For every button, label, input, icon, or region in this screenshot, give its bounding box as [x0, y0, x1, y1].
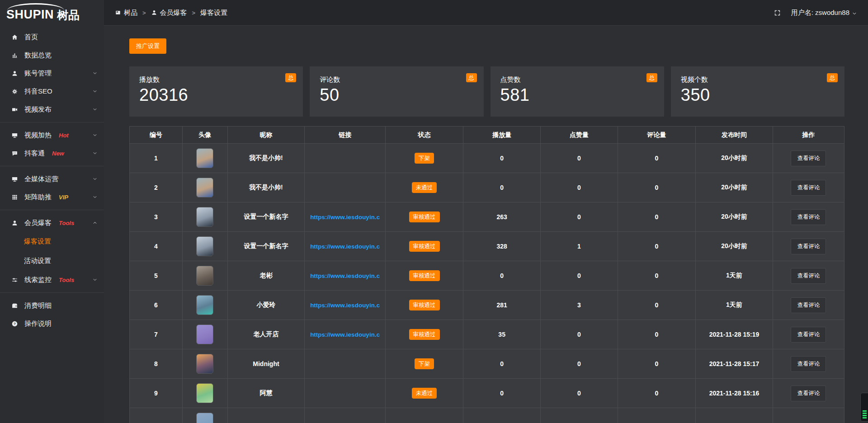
- sidebar-item-视频加热[interactable]: 视频加热Hot: [0, 126, 104, 144]
- sidebar-divider: [0, 210, 104, 210]
- view-comments-button[interactable]: 查看评论: [791, 180, 826, 196]
- video-link[interactable]: https://www.iesdouyin.c: [305, 243, 385, 250]
- avatar: [196, 324, 213, 344]
- main-content: 推广设置 播放数20316总评论数50总点赞数581总视频个数350总 编号头像…: [104, 26, 868, 423]
- promotion-settings-button[interactable]: 推广设置: [129, 38, 166, 54]
- sidebar-item-视频发布[interactable]: 视频发布: [0, 100, 104, 118]
- row-number-cell: 2: [130, 173, 183, 202]
- stat-card-label: 播放数: [139, 75, 293, 84]
- sidebar-item-账号管理[interactable]: 账号管理: [0, 64, 104, 82]
- comment-count-cell: 0: [618, 261, 695, 291]
- table-row: 1我不是小帅!下架00020小时前查看评论: [130, 144, 844, 173]
- sidebar-item-操作说明[interactable]: ?操作说明: [0, 315, 104, 333]
- sidebar-item-label: 数据总览: [24, 51, 52, 60]
- topbar-right: 用户名: zswodun88: [774, 9, 857, 17]
- sidebar-item-消费明细[interactable]: 消费明细: [0, 296, 104, 315]
- comment-count-cell: 0: [618, 202, 695, 232]
- sidebar-item-label: 全媒体运营: [24, 175, 58, 183]
- link-cell: https://www.iesdouyin.c: [305, 291, 386, 320]
- sidebar-item-label: 首页: [24, 33, 38, 42]
- sidebar-subitem-爆客设置[interactable]: 爆客设置: [0, 232, 104, 251]
- avatar-cell: [182, 379, 227, 408]
- app-logo[interactable]: SHUPIN 树品: [0, 0, 104, 24]
- row-number-cell: 3: [130, 202, 183, 232]
- dashboard-icon: [115, 9, 121, 16]
- stat-card-value: 350: [681, 85, 835, 105]
- column-header-昵称: 昵称: [227, 127, 305, 144]
- stat-card-播放数: 播放数20316总: [129, 66, 303, 117]
- link-cell: [305, 379, 386, 408]
- link-cell: https://www.iesdouyin.c: [305, 261, 386, 291]
- video-link[interactable]: https://www.iesdouyin.c: [305, 214, 385, 221]
- view-comments-button[interactable]: 查看评论: [791, 297, 826, 313]
- column-header-操作: 操作: [773, 127, 844, 144]
- play-count-cell: 263: [463, 202, 541, 232]
- sidebar-item-矩阵助推[interactable]: 矩阵助推VIP: [0, 188, 104, 206]
- table-row: 7老人开店https://www.iesdouyin.c审核通过35002021…: [130, 320, 844, 349]
- sidebar-item-首页[interactable]: 首页: [0, 28, 104, 46]
- publish-time-cell: [696, 408, 773, 423]
- avatar: [196, 178, 213, 197]
- sidebar-item-全媒体运营[interactable]: 全媒体运营: [0, 170, 104, 188]
- view-comments-button[interactable]: 查看评论: [791, 150, 826, 166]
- breadcrumb-item-会员爆客[interactable]: 会员爆客: [151, 9, 187, 17]
- column-header-播放量: 播放量: [463, 127, 541, 144]
- play-count-cell: 328: [463, 232, 541, 261]
- avatar: [196, 295, 213, 315]
- video-link[interactable]: https://www.iesdouyin.c: [305, 302, 385, 309]
- view-comments-button[interactable]: 查看评论: [791, 327, 826, 343]
- link-cell: https://www.iesdouyin.c: [305, 232, 386, 261]
- sidebar-item-线索监控[interactable]: 线索监控Tools: [0, 271, 104, 289]
- action-cell: 查看评论: [773, 349, 844, 379]
- breadcrumb-label: 会员爆客: [160, 9, 187, 17]
- publish-time-cell: 1天前: [696, 261, 773, 291]
- user-dropdown[interactable]: 用户名: zswodun88: [791, 9, 857, 17]
- status-badge: 未通过: [412, 388, 437, 399]
- sidebar-item-抖客通[interactable]: 抖客通New: [0, 144, 104, 162]
- like-count-cell: 0: [541, 379, 618, 408]
- view-comments-button[interactable]: 查看评论: [791, 385, 826, 401]
- sidebar-subitem-label: 活动设置: [24, 257, 51, 265]
- sidebar-item-tag: Tools: [59, 277, 74, 283]
- view-comments-button[interactable]: 查看评论: [791, 268, 826, 284]
- sidebar-subitem-活动设置[interactable]: 活动设置: [0, 251, 104, 271]
- video-link[interactable]: https://www.iesdouyin.c: [305, 273, 385, 279]
- breadcrumb-item-爆客设置[interactable]: 爆客设置: [200, 9, 227, 17]
- table-row: 2我不是小帅!未通过00020小时前查看评论: [130, 173, 844, 202]
- sidebar-item-数据总览[interactable]: 数据总览: [0, 46, 104, 64]
- publish-time-cell: 20小时前: [696, 202, 773, 232]
- action-cell: 查看评论: [773, 261, 844, 291]
- stat-card-label: 点赞数: [500, 75, 654, 84]
- comment-count-cell: 0: [618, 173, 695, 202]
- sidebar: SHUPIN 树品 首页数据总览账号管理抖音SEO视频发布视频加热Hot抖客通N…: [0, 0, 104, 423]
- view-comments-button[interactable]: 查看评论: [791, 209, 826, 225]
- like-count-cell: 1: [541, 232, 618, 261]
- total-badge: 总: [646, 73, 657, 82]
- view-comments-button[interactable]: 查看评论: [791, 356, 826, 372]
- view-comments-button[interactable]: 查看评论: [791, 239, 826, 254]
- nickname-cell: 我不是小帅!: [227, 173, 305, 202]
- video-link[interactable]: https://www.iesdouyin.c: [305, 331, 385, 338]
- video-publish-icon: [11, 106, 18, 113]
- floating-widget[interactable]: [860, 393, 868, 422]
- sidebar-item-label: 线索监控: [24, 276, 52, 284]
- member-table: 编号头像昵称链接状态播放量点赞量评论量发布时间操作1我不是小帅!下架00020小…: [129, 126, 844, 423]
- play-count-cell: 0: [463, 144, 541, 173]
- sidebar-item-会员爆客[interactable]: 会员爆客Tools: [0, 214, 104, 232]
- table-row: 5老彬https://www.iesdouyin.c审核通过0001天前查看评论: [130, 261, 844, 291]
- fullscreen-button[interactable]: [774, 9, 781, 17]
- avatar: [196, 148, 213, 168]
- bar-chart-icon: [11, 52, 18, 59]
- svg-text:?: ?: [14, 322, 16, 326]
- member-icon: [11, 220, 18, 226]
- home-icon: [11, 34, 18, 41]
- status-badge: 未通过: [412, 182, 437, 193]
- action-cell: 查看评论: [773, 291, 844, 320]
- row-number-cell: 5: [130, 261, 183, 291]
- breadcrumb-item-树品[interactable]: 树品: [115, 9, 137, 17]
- sidebar-item-抖音SEO[interactable]: 抖音SEO: [0, 82, 104, 100]
- breadcrumb: 树品>会员爆客>爆客设置: [115, 9, 227, 17]
- column-header-编号: 编号: [130, 127, 183, 144]
- status-badge: 审核通过: [409, 212, 440, 223]
- link-cell: [305, 144, 386, 173]
